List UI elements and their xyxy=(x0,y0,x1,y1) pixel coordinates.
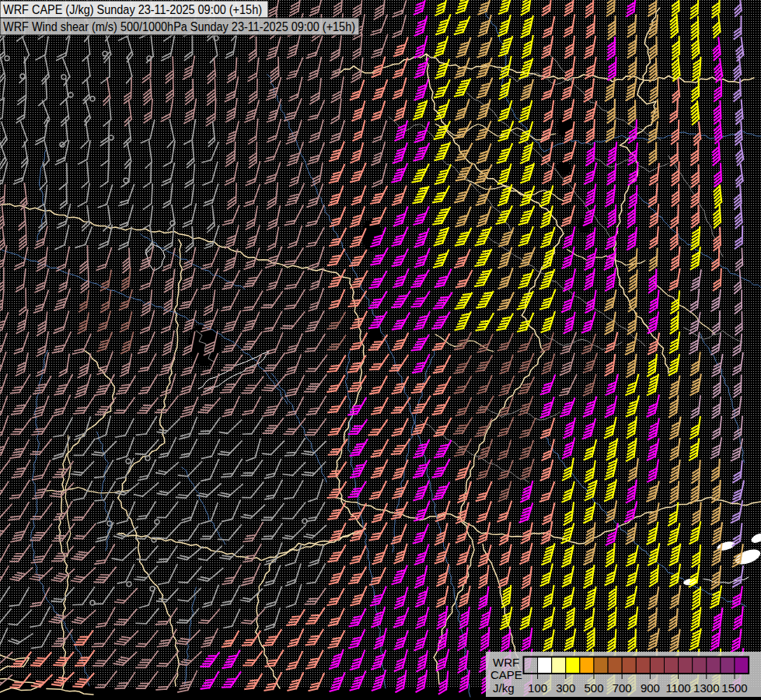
svg-text:500: 500 xyxy=(584,681,603,695)
svg-text:CAPE: CAPE xyxy=(490,668,522,681)
svg-text:1300: 1300 xyxy=(693,681,719,695)
svg-text:J/kg: J/kg xyxy=(493,681,515,695)
svg-text:100: 100 xyxy=(528,681,547,695)
svg-text:300: 300 xyxy=(556,681,575,695)
svg-text:1100: 1100 xyxy=(665,681,690,695)
svg-text:1500: 1500 xyxy=(721,681,747,695)
svg-text:WRF Wind shear (m/s) 500/1000h: WRF Wind shear (m/s) 500/1000hPa Sunday … xyxy=(3,20,355,33)
svg-text:900: 900 xyxy=(641,681,660,695)
svg-text:700: 700 xyxy=(613,681,632,695)
svg-text:WRF CAPE (J/kg) Sunday 23-11-2: WRF CAPE (J/kg) Sunday 23-11-2025 09:00 … xyxy=(3,3,262,16)
svg-text:WRF: WRF xyxy=(493,656,519,669)
